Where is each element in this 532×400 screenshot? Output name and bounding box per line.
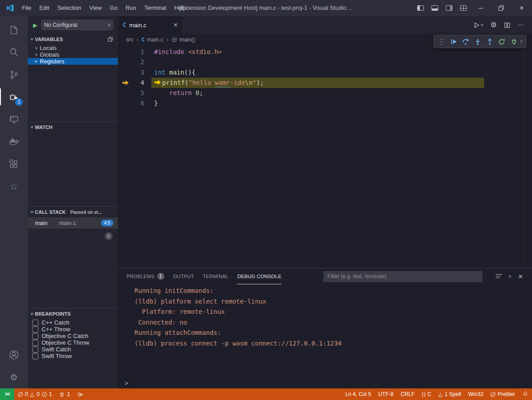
breakpoint-item-swift-catch[interactable]: Swift Catch bbox=[28, 346, 118, 353]
breakpoint-checkbox[interactable] bbox=[32, 346, 38, 353]
launch-configuration-dropdown[interactable]: No Configurat > bbox=[41, 20, 113, 30]
ports-indicator[interactable]: 1 bbox=[55, 388, 74, 400]
breakpoint-item-objective-c-throw[interactable]: Objective C Throw bbox=[28, 339, 118, 346]
variables-item-registers[interactable]: >Registers bbox=[28, 58, 118, 65]
variables-item-globals[interactable]: >Globals bbox=[28, 51, 118, 58]
code-line-6[interactable]: 6} bbox=[118, 98, 532, 108]
customize-layout-icon[interactable] bbox=[456, 0, 470, 16]
language-mode[interactable]: { } C bbox=[418, 388, 435, 400]
sidebar-item-search[interactable] bbox=[0, 41, 28, 63]
start-debugging-button[interactable]: ▶ bbox=[33, 22, 38, 29]
breakpoint-checkbox[interactable] bbox=[32, 340, 38, 346]
maximize-panel-icon[interactable]: > bbox=[508, 275, 512, 278]
split-editor-icon[interactable] bbox=[504, 22, 511, 29]
maximize-button[interactable] bbox=[491, 0, 511, 16]
restart-button[interactable] bbox=[498, 37, 507, 46]
menu-file[interactable]: File bbox=[18, 0, 35, 16]
panel-tab-terminal[interactable]: TERMINAL bbox=[203, 268, 228, 284]
variables-item-locals[interactable]: >Locals bbox=[28, 45, 118, 51]
more-actions-icon[interactable]: ⋯ bbox=[518, 21, 525, 29]
toggle-secondary-sidebar-icon[interactable] bbox=[442, 0, 456, 16]
menu-terminal[interactable]: Terminal bbox=[140, 0, 170, 16]
debug-console-input[interactable]: > bbox=[118, 378, 532, 388]
disconnect-button[interactable] bbox=[510, 37, 519, 46]
toolbar-grip-icon[interactable] bbox=[437, 37, 446, 46]
menu-go[interactable]: Go bbox=[106, 0, 121, 16]
sidebar-item-extensions[interactable] bbox=[0, 153, 28, 175]
step-into-button[interactable] bbox=[473, 37, 482, 46]
console-filter-input[interactable] bbox=[323, 271, 482, 282]
step-out-button[interactable] bbox=[486, 37, 494, 46]
notifications-bell[interactable] bbox=[519, 388, 532, 400]
close-panel-icon[interactable]: ✕ bbox=[518, 273, 523, 280]
code-line-4[interactable]: 4printf("hello wamr-ide\n"); bbox=[118, 78, 532, 88]
open-editors-icon[interactable] bbox=[107, 36, 115, 42]
breakpoint-item-c-throw[interactable]: C++ Throw bbox=[28, 326, 118, 333]
breakpoint-gutter[interactable] bbox=[118, 78, 132, 88]
sidebar-item-docker[interactable] bbox=[0, 130, 28, 153]
breakpoint-checkbox[interactable] bbox=[32, 353, 38, 359]
breakpoint-checkbox[interactable] bbox=[32, 326, 38, 333]
formatter-status[interactable]: Prettier bbox=[487, 388, 519, 400]
continue-button[interactable] bbox=[449, 37, 458, 46]
call-stack-header[interactable]: > CALL STACK Paused on st... bbox=[28, 207, 118, 217]
panel-tab-problems[interactable]: PROBLEMS1 bbox=[126, 268, 164, 284]
breakpoint-item-swift-throw[interactable]: Swift Throw bbox=[28, 353, 118, 359]
panel-tab-debug-console[interactable]: DEBUG CONSOLE bbox=[237, 268, 281, 284]
minimize-button[interactable] bbox=[470, 0, 491, 16]
breakpoint-item-c-catch[interactable]: C++ Catch bbox=[28, 319, 118, 326]
inline-breakpoint-icon[interactable] bbox=[155, 80, 161, 85]
chevron-down-icon[interactable]: > bbox=[519, 40, 524, 43]
run-or-debug-button[interactable]: > bbox=[473, 22, 483, 29]
panel-tab-output[interactable]: OUTPUT bbox=[173, 268, 194, 284]
watch-header[interactable]: > WATCH bbox=[28, 122, 118, 133]
menu-edit[interactable]: Edit bbox=[35, 0, 53, 16]
spell-checker-status[interactable]: △ 1 Spell bbox=[435, 388, 465, 400]
eol-indicator[interactable]: CRLF bbox=[397, 388, 418, 400]
breakpoint-checkbox[interactable] bbox=[32, 333, 38, 339]
cursor-position[interactable]: Ln 4, Col 5 bbox=[342, 388, 375, 400]
menu-view[interactable]: View bbox=[85, 0, 106, 16]
code-line-3[interactable]: 3int main(){ bbox=[118, 67, 532, 78]
breadcrumb-symbol[interactable]: main() bbox=[172, 37, 195, 43]
breakpoint-gutter[interactable] bbox=[118, 47, 132, 57]
menu-run[interactable]: Run bbox=[121, 0, 140, 16]
code-line-1[interactable]: 1#include <stdio.h> bbox=[118, 47, 532, 57]
settings-gear-icon[interactable]: ⚙ bbox=[490, 21, 497, 29]
code-editor[interactable]: 1#include <stdio.h>23int main(){4printf(… bbox=[118, 46, 532, 268]
tab-main-c[interactable]: C main.c ✕ bbox=[118, 16, 182, 34]
sidebar-item-favorites[interactable]: ☆ bbox=[0, 175, 28, 197]
variables-header[interactable]: > VARIABLES bbox=[28, 34, 118, 45]
sidebar-item-source-control[interactable] bbox=[0, 63, 28, 86]
code-line-5[interactable]: 5 return 0; bbox=[118, 88, 532, 98]
settings-button[interactable]: ⚙ bbox=[0, 366, 28, 388]
breakpoint-gutter[interactable] bbox=[118, 67, 132, 78]
breakpoint-gutter[interactable] bbox=[118, 98, 132, 108]
toggle-panel-icon[interactable] bbox=[427, 0, 442, 16]
sidebar-item-remote-explorer[interactable] bbox=[0, 108, 28, 130]
breakpoint-gutter[interactable] bbox=[118, 88, 132, 98]
encoding-indicator[interactable]: UTF-8 bbox=[375, 388, 397, 400]
line-number: 3 bbox=[132, 67, 144, 78]
code-line-2[interactable]: 2 bbox=[118, 57, 532, 67]
problems-indicator[interactable]: 0 △0 1 bbox=[14, 388, 55, 400]
close-tab-icon[interactable]: ✕ bbox=[173, 22, 178, 28]
account-button[interactable] bbox=[0, 344, 28, 366]
remote-indicator[interactable]: >< bbox=[0, 388, 14, 400]
platform-indicator[interactable]: Win32 bbox=[465, 388, 487, 400]
sidebar-item-run-and-debug[interactable]: 1 bbox=[0, 86, 28, 108]
breadcrumb-src[interactable]: src bbox=[126, 37, 134, 43]
breakpoints-header[interactable]: > BREAKPOINTS bbox=[28, 308, 118, 319]
breakpoint-checkbox[interactable] bbox=[32, 320, 38, 326]
stack-frame-row[interactable]: main main.c 4:5 bbox=[28, 217, 118, 229]
close-button[interactable]: ✕ bbox=[511, 0, 532, 16]
breakpoint-item-objective-c-catch[interactable]: Objective C Catch bbox=[28, 333, 118, 339]
step-over-button[interactable] bbox=[461, 37, 470, 46]
filter-lines-icon[interactable] bbox=[496, 274, 502, 279]
toggle-sidebar-icon[interactable] bbox=[413, 0, 427, 16]
sidebar-item-explorer[interactable] bbox=[0, 19, 28, 41]
debug-status[interactable] bbox=[74, 388, 87, 400]
breadcrumb-file[interactable]: Cmain.c bbox=[142, 37, 163, 43]
breakpoint-gutter[interactable] bbox=[118, 57, 132, 67]
menu-selection[interactable]: Selection bbox=[53, 0, 85, 16]
